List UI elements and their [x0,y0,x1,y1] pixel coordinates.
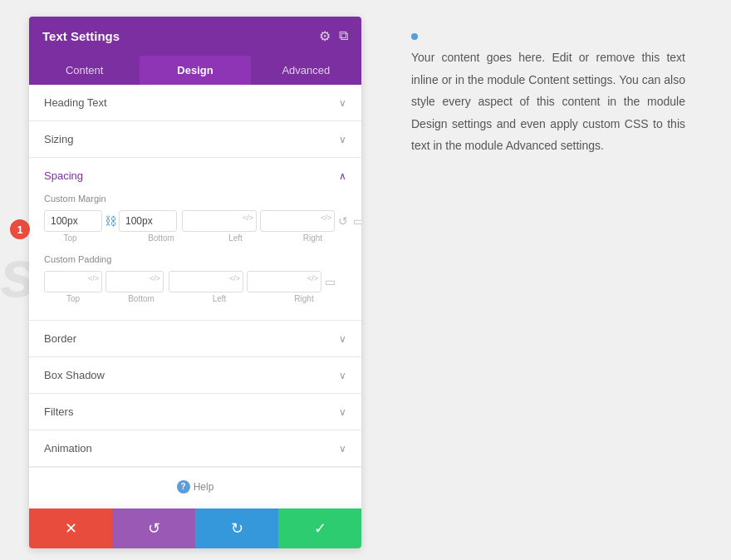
margin-top-wrapper [44,210,102,232]
margin-action-icons: ↺ ▭ [338,214,361,228]
accordion-sizing-header[interactable]: Sizing ∨ [29,121,361,157]
cancel-button[interactable]: ✕ [29,508,112,548]
help-link[interactable]: ? Help [177,480,214,494]
panel-title: Text Settings [42,29,120,43]
content-dot [411,33,418,40]
margin-bottom-wrapper [119,210,177,232]
chevron-down-icon: ∨ [339,97,346,109]
chevron-down-icon: ∨ [339,443,346,454]
save-button[interactable]: ✓ [278,508,361,548]
label-right: Right [279,233,346,243]
content-text: Your content goes here. Edit or remove t… [411,47,685,157]
tab-design[interactable]: Design [140,56,250,85]
padding-bottom-wrapper: </> [105,271,164,292]
panel-header: Text Settings ⚙ ⧉ [29,17,361,56]
margin-inputs-row: ⛓ </> </> [44,210,346,232]
chevron-down-icon: ∨ [339,333,346,345]
padding-bottom-code-icon: </> [150,274,160,282]
margin-link-icon[interactable]: ⛓ [105,214,116,228]
padding-label-left: Left [182,294,257,303]
margin-right-wrapper: </> [260,210,335,232]
padding-right-code-icon: </> [307,274,318,282]
copy-icon[interactable]: ⧉ [339,28,348,44]
margin-left-code-icon: </> [243,214,253,222]
settings-icon[interactable]: ⚙ [319,28,331,44]
padding-label-bottom: Bottom [112,294,170,303]
sizing-label: Sizing [44,133,73,145]
margin-reset-icon[interactable]: ↺ [338,214,348,228]
undo-button[interactable]: ↺ [112,508,195,548]
padding-action-icons: ▭ [325,275,336,288]
spacing-label: Spacing [44,169,83,182]
margin-top-input[interactable] [44,210,102,232]
margin-bottom-input[interactable] [119,210,177,232]
accordion-heading-text-header[interactable]: Heading Text ∨ [29,85,361,120]
padding-labels: Top Bottom Left Right [44,294,346,303]
padding-left-wrapper: </> [169,271,243,292]
accordion-heading-text: Heading Text ∨ [29,85,361,121]
padding-top-wrapper: </> [44,271,102,292]
accordion-border-header[interactable]: Border ∨ [29,321,361,356]
filters-label: Filters [44,405,73,418]
accordion-box-shadow-header[interactable]: Box Shadow ∨ [29,357,361,393]
label-bottom: Bottom [135,233,187,243]
padding-label-top: Top [44,294,102,303]
accordion-filters: Filters ∨ [29,394,361,430]
tab-content[interactable]: Content [29,56,140,85]
chevron-up-icon: ∧ [339,170,346,182]
accordion-box-shadow: Box Shadow ∨ [29,357,361,394]
padding-label-right: Right [267,294,341,303]
header-icons: ⚙ ⧉ [319,28,348,44]
panel-body: Heading Text ∨ Sizing ∨ Spacing ∧ Custom… [29,85,361,508]
step-badge: 1 [10,219,30,239]
padding-top-code-icon: </> [88,274,99,282]
action-bar: ✕ ↺ ↻ ✓ [29,508,361,548]
accordion-animation: Animation ∨ [29,430,361,467]
animation-label: Animation [44,442,92,454]
accordion-filters-header[interactable]: Filters ∨ [29,394,361,430]
help-bar: ? Help [29,467,361,504]
margin-right-code-icon: </> [321,214,331,222]
content-area: Your content goes here. Edit or remove t… [361,0,731,190]
label-top: Top [44,233,96,243]
accordion-sizing: Sizing ∨ [29,121,361,158]
custom-padding-label: Custom Padding [44,254,346,264]
margin-left-wrapper: </> [182,210,257,232]
accordion-border: Border ∨ [29,321,361,357]
chevron-down-icon: ∨ [339,406,346,418]
tab-bar: Content Design Advanced [29,56,361,85]
settings-panel: Text Settings ⚙ ⧉ Content Design Advance… [29,17,361,548]
box-shadow-label: Box Shadow [44,369,105,381]
spacing-content: Custom Margin ⛓ </> [29,194,361,320]
help-label: Help [194,481,214,493]
margin-labels: Top Bottom Left Right [44,233,346,243]
redo-button[interactable]: ↻ [195,508,278,548]
padding-inputs-row: </> </> </> </> [44,271,346,292]
padding-right-wrapper: </> [247,271,321,292]
border-label: Border [44,332,76,345]
chevron-down-icon: ∨ [339,370,346,381]
accordion-spacing-header[interactable]: Spacing ∧ [29,158,361,194]
padding-left-code-icon: </> [229,274,240,282]
help-icon: ? [177,480,190,494]
accordion-spacing: Spacing ∧ Custom Margin ⛓ [29,158,361,321]
padding-device-icon[interactable]: ▭ [325,275,336,288]
heading-text-label: Heading Text [44,96,107,109]
custom-margin-label: Custom Margin [44,194,346,204]
label-left: Left [202,233,269,243]
accordion-animation-header[interactable]: Animation ∨ [29,430,361,466]
chevron-down-icon: ∨ [339,134,346,145]
tab-advanced[interactable]: Advanced [251,56,361,85]
margin-device-icon[interactable]: ▭ [353,214,361,228]
